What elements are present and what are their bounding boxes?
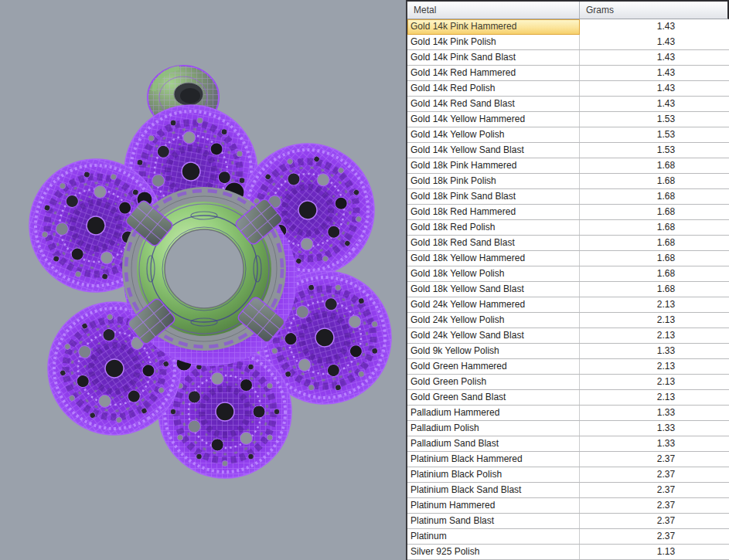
grams-cell: 2.37 — [580, 483, 729, 497]
table-row[interactable]: Platinium Black Polish 2.37 — [407, 467, 729, 483]
grams-cell: 1.43 — [580, 50, 729, 65]
table-row[interactable]: Gold 14k Yellow Hammered 1.53 — [407, 112, 729, 127]
metals-table: Metal Grams Gold 14k Pink Hammered 1.43 … — [406, 0, 729, 560]
table-row[interactable]: Gold 14k Yellow Polish 1.53 — [407, 127, 729, 143]
table-row[interactable]: Platinum Hammered 2.37 — [407, 498, 729, 514]
table-row[interactable]: Gold Green Hammered 2.13 — [407, 359, 729, 375]
metal-cell: Gold 18k Pink Polish — [407, 174, 580, 188]
table-row[interactable]: Gold 14k Red Sand Blast 1.43 — [407, 97, 729, 112]
grams-cell: 1.68 — [580, 205, 729, 219]
table-row[interactable]: Gold 24k Yellow Polish 2.13 — [407, 313, 729, 328]
table-row[interactable]: Gold 18k Yellow Hammered 1.68 — [407, 251, 729, 266]
metal-cell: Gold 18k Red Polish — [407, 220, 580, 235]
table-row[interactable]: Gold 18k Pink Sand Blast 1.68 — [407, 189, 729, 205]
grams-cell: 2.37 — [580, 467, 729, 482]
grams-cell: 1.68 — [580, 282, 729, 297]
table-row[interactable]: Gold 18k Red Hammered 1.68 — [407, 205, 729, 220]
grams-cell: 1.68 — [580, 236, 729, 250]
metal-cell: Palladium Polish — [407, 421, 580, 436]
metal-cell: Palladium Hammered — [407, 406, 580, 420]
grams-cell: 2.13 — [580, 328, 729, 343]
table-row[interactable]: Gold Green Polish 2.13 — [407, 375, 729, 390]
column-header-metal[interactable]: Metal — [407, 2, 580, 19]
metal-cell: Silver 925 Polish — [407, 545, 580, 559]
model-viewport[interactable] — [0, 0, 406, 560]
metal-cell: Platinium Black Hammered — [407, 452, 580, 467]
table-row[interactable]: Palladium Sand Blast 1.33 — [407, 436, 729, 452]
metal-cell: Palladium Sand Blast — [407, 436, 580, 451]
metal-cell: Gold 18k Yellow Sand Blast — [407, 282, 580, 297]
table-row[interactable]: Gold 14k Pink Hammered 1.43 — [407, 19, 729, 35]
table-row[interactable]: Silver 925 Polish 1.13 — [407, 545, 729, 560]
metal-cell: Gold 14k Pink Polish — [407, 35, 580, 49]
metal-cell: Platinium Black Polish — [407, 467, 580, 482]
table-rows: Gold 14k Pink Hammered 1.43 Gold 14k Pin… — [407, 19, 729, 560]
metal-cell: Platinium Black Sand Blast — [407, 483, 580, 497]
table-row[interactable]: Gold 18k Yellow Polish 1.68 — [407, 266, 729, 282]
table-row[interactable]: Gold 14k Red Polish 1.43 — [407, 81, 729, 97]
grams-cell: 1.43 — [580, 97, 729, 111]
table-row[interactable]: Gold 18k Yellow Sand Blast 1.68 — [407, 282, 729, 297]
table-row[interactable]: Gold 24k Yellow Hammered 2.13 — [407, 297, 729, 313]
app-window: Metal Grams Gold 14k Pink Hammered 1.43 … — [0, 0, 729, 560]
grams-cell: 1.53 — [580, 127, 729, 142]
table-row[interactable]: Palladium Hammered 1.33 — [407, 406, 729, 421]
table-row[interactable]: Gold 9k Yellow Polish 1.33 — [407, 344, 729, 359]
column-header-grams[interactable]: Grams — [580, 2, 727, 19]
grams-cell: 2.37 — [580, 452, 729, 467]
metal-cell: Gold 14k Yellow Polish — [407, 127, 580, 142]
grams-cell: 2.37 — [580, 529, 729, 544]
table-row[interactable]: Gold 14k Pink Polish 1.43 — [407, 35, 729, 50]
table-row[interactable]: Gold 14k Yellow Sand Blast 1.53 — [407, 143, 729, 158]
table-row[interactable]: Platinium Black Hammered 2.37 — [407, 452, 729, 467]
grams-cell: 1.68 — [580, 158, 729, 173]
metal-cell: Gold 14k Red Hammered — [407, 66, 580, 80]
table-row[interactable]: Gold 18k Red Polish 1.68 — [407, 220, 729, 236]
table-row[interactable]: Gold 18k Pink Hammered 1.68 — [407, 158, 729, 174]
grams-cell: 1.68 — [580, 220, 729, 235]
metal-cell: Gold Green Sand Blast — [407, 390, 580, 405]
grams-cell: 1.68 — [580, 189, 729, 204]
grams-cell: 1.13 — [580, 545, 729, 559]
metal-cell: Gold 14k Yellow Sand Blast — [407, 143, 580, 158]
grams-cell: 1.53 — [580, 143, 729, 158]
grams-cell: 2.13 — [580, 359, 729, 374]
metal-cell: Gold 18k Yellow Polish — [407, 266, 580, 281]
grams-cell: 2.13 — [580, 390, 729, 405]
grams-cell: 1.43 — [580, 19, 729, 35]
grams-cell: 2.37 — [580, 498, 729, 513]
table-row[interactable]: Platinum Sand Blast 2.37 — [407, 514, 729, 529]
table-row[interactable]: Platinium Black Sand Blast 2.37 — [407, 483, 729, 498]
table-row[interactable]: Gold 24k Yellow Sand Blast 2.13 — [407, 328, 729, 344]
table-header: Metal Grams — [407, 2, 729, 19]
pendant-model[interactable] — [0, 0, 406, 560]
metal-cell: Gold 14k Red Polish — [407, 81, 580, 96]
table-row[interactable]: Gold 18k Pink Polish 1.68 — [407, 174, 729, 189]
metal-cell: Gold 14k Yellow Hammered — [407, 112, 580, 127]
table-row[interactable]: Gold 14k Pink Sand Blast 1.43 — [407, 50, 729, 66]
metal-cell: Gold Green Polish — [407, 375, 580, 389]
table-row[interactable]: Gold 14k Red Hammered 1.43 — [407, 66, 729, 81]
table-row[interactable]: Platinum 2.37 — [407, 529, 729, 545]
grams-cell: 1.68 — [580, 174, 729, 188]
metal-cell: Platinum — [407, 529, 580, 544]
table-row[interactable]: Gold 18k Red Sand Blast 1.68 — [407, 236, 729, 251]
table-row[interactable]: Gold Green Sand Blast 2.13 — [407, 390, 729, 406]
metal-cell: Gold 18k Pink Hammered — [407, 158, 580, 173]
metal-cell: Gold 14k Red Sand Blast — [407, 97, 580, 111]
metal-cell: Gold Green Hammered — [407, 359, 580, 374]
grams-cell: 1.68 — [580, 266, 729, 281]
grams-cell: 1.33 — [580, 436, 729, 451]
table-row[interactable]: Palladium Polish 1.33 — [407, 421, 729, 436]
metal-cell: Gold 18k Pink Sand Blast — [407, 189, 580, 204]
grams-cell: 1.33 — [580, 421, 729, 436]
grams-cell: 1.43 — [580, 35, 729, 49]
metal-cell: Gold 24k Yellow Hammered — [407, 297, 580, 312]
metal-cell: Gold 9k Yellow Polish — [407, 344, 580, 358]
grams-cell: 2.37 — [580, 514, 729, 528]
grams-cell: 2.13 — [580, 297, 729, 312]
metal-cell: Gold 24k Yellow Polish — [407, 313, 580, 328]
metal-cell: Gold 14k Pink Hammered — [407, 19, 580, 35]
metal-cell: Platinum Sand Blast — [407, 514, 580, 528]
grams-cell: 1.53 — [580, 112, 729, 127]
